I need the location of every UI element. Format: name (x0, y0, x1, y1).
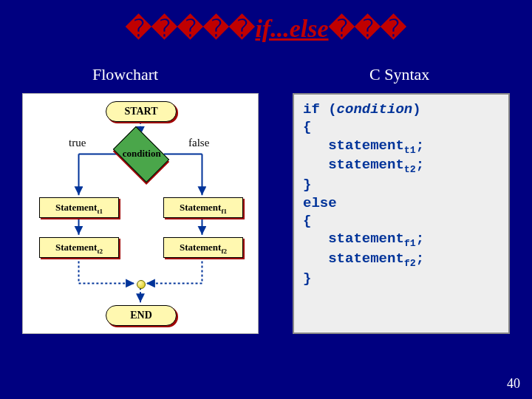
fc-condition-label: condition (109, 148, 175, 160)
fc-true-label: true (69, 137, 86, 149)
fc-stmt-t1: Statementt1 (39, 197, 119, 218)
fc-stmt-t2: Statementt2 (39, 237, 119, 258)
fc-merge-node (137, 280, 146, 289)
page-number: 40 (507, 376, 520, 392)
code-block: if (condition) { statementt1; statementt… (294, 95, 508, 293)
fc-start: START (106, 101, 177, 122)
fc-stmt-f1: Statementf1 (163, 197, 243, 218)
title-boxes-left: ����� (126, 15, 255, 42)
title-mid: if...else (255, 15, 328, 42)
flowchart-heading: Flowchart (92, 65, 158, 84)
flowchart-panel: START condition true false Statementt1 S… (22, 93, 259, 334)
title-boxes-right: ��� (329, 15, 406, 42)
fc-stmt-f2: Statementf2 (163, 237, 243, 258)
fc-condition-diamond: condition (113, 126, 169, 183)
fc-false-label: false (188, 137, 209, 149)
csyntax-heading: C Syntax (369, 65, 429, 84)
fc-end: END (106, 305, 177, 326)
code-panel: if (condition) { statementt1; statementt… (293, 93, 510, 334)
slide-title: �����if...else��� (0, 13, 532, 43)
